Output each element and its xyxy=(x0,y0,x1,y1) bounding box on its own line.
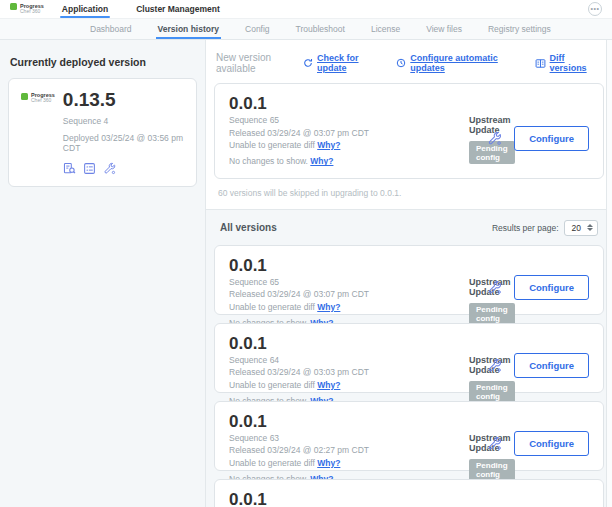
diff-icon xyxy=(535,58,546,69)
ellipsis-menu-icon[interactable]: ••• xyxy=(588,2,602,16)
tab-view-files[interactable]: View files xyxy=(426,19,462,39)
configure-button[interactable]: Configure xyxy=(514,275,589,300)
edit-config-icon[interactable] xyxy=(103,162,116,175)
upstream-update-label: Upstream Update xyxy=(469,433,487,453)
version-row: 0.0.1 Sequence 65 Released 03/29/24 @ 03… xyxy=(214,83,604,179)
tab-cluster-management[interactable]: Cluster Management xyxy=(134,0,222,18)
version-sequence: Sequence 65 xyxy=(229,276,469,288)
upstream-update-label: Upstream Update xyxy=(469,277,487,297)
diff-status-line: Unable to generate diff Why? xyxy=(229,457,469,469)
app-subnav: Dashboard Version history Config Trouble… xyxy=(0,18,612,40)
logo-icon xyxy=(10,3,17,10)
deployed-timestamp: Deployed 03/25/24 @ 03:56 pm CDT xyxy=(63,133,184,153)
results-per-page-select[interactable]: 20 xyxy=(564,220,598,236)
version-row: 0.0.1 Sequence 62 Released 03/29/24 @ 02… xyxy=(214,479,604,507)
deployed-heading: Currently deployed version xyxy=(10,56,195,68)
tab-application[interactable]: Application xyxy=(60,0,110,18)
version-released: Released 03/29/24 @ 03:07 pm CDT xyxy=(229,127,469,139)
why-changes-link[interactable]: Why? xyxy=(310,156,333,166)
logo-line2: Chef 360 xyxy=(31,98,55,104)
release-notes-icon[interactable] xyxy=(83,162,96,175)
tab-registry-settings[interactable]: Registry settings xyxy=(488,19,551,39)
diff-status-line: Unable to generate diff Why? xyxy=(229,301,469,313)
configure-button[interactable]: Configure xyxy=(514,431,589,456)
logo-line2: Chef 360 xyxy=(20,9,44,15)
select-stepper-icon xyxy=(587,224,593,231)
new-version-header: New version available Check for update C… xyxy=(206,40,612,83)
check-for-update-link[interactable]: Check for update xyxy=(303,53,380,73)
scrollbar[interactable] xyxy=(606,40,612,507)
version-actions: Configure xyxy=(487,412,589,460)
diff-status-line: Unable to generate diff Why? xyxy=(229,379,469,391)
version-released: Released 03/29/24 @ 03:07 pm CDT xyxy=(229,288,469,300)
no-changes-text: No changes to show. xyxy=(229,156,308,166)
upstream-update-label: Upstream Update xyxy=(469,115,487,135)
version-number: 0.0.1 xyxy=(229,334,469,354)
schedule-icon xyxy=(396,58,406,68)
skipped-versions-note: 60 versions will be skipped in upgrading… xyxy=(206,179,612,209)
edit-config-icon[interactable] xyxy=(487,131,502,146)
edit-config-icon[interactable] xyxy=(487,436,502,451)
version-sequence: Sequence 65 xyxy=(229,114,469,126)
version-sequence: Sequence 64 xyxy=(229,354,469,366)
view-diff-icon[interactable] xyxy=(63,162,76,175)
tab-troubleshoot[interactable]: Troubleshoot xyxy=(296,19,345,39)
top-header: Progress Chef 360 Application Cluster Ma… xyxy=(0,0,612,18)
configure-button[interactable]: Configure xyxy=(514,353,589,378)
logo-icon xyxy=(21,93,28,100)
changes-line: No changes to show. Why? xyxy=(229,155,469,167)
new-version-heading: New version available xyxy=(216,52,303,74)
tab-license[interactable]: License xyxy=(371,19,400,39)
diff-status-text: Unable to generate diff xyxy=(229,302,315,312)
version-info: 0.0.1 Sequence 64 Released 03/29/24 @ 03… xyxy=(229,334,469,382)
version-actions: Configure xyxy=(487,334,589,382)
version-released: Released 03/29/24 @ 02:27 pm CDT xyxy=(229,444,469,456)
diff-status-line: Unable to generate diff Why? xyxy=(229,139,469,151)
version-number: 0.0.1 xyxy=(229,256,469,276)
diff-status-text: Unable to generate diff xyxy=(229,380,315,390)
new-version-card-slot: 0.0.1 Sequence 65 Released 03/29/24 @ 03… xyxy=(206,83,612,179)
diff-status-text: Unable to generate diff xyxy=(229,458,315,468)
results-per-page-label: Results per page: xyxy=(492,223,559,233)
version-number: 0.0.1 xyxy=(229,490,469,507)
version-type-block: Upstream Update Pending config xyxy=(469,412,487,460)
version-row: 0.0.1 Sequence 65 Released 03/29/24 @ 03… xyxy=(214,245,604,315)
version-history-panel: New version available Check for update C… xyxy=(206,40,612,507)
deployed-version-number: 0.13.5 xyxy=(63,90,184,109)
upstream-update-label: Upstream Update xyxy=(469,355,487,375)
all-versions-heading: All versions xyxy=(220,222,277,233)
version-info: 0.0.1 Sequence 65 Released 03/29/24 @ 03… xyxy=(229,256,469,304)
diff-versions-link[interactable]: Diff versions xyxy=(535,53,596,73)
version-number: 0.0.1 xyxy=(229,94,469,114)
all-versions-section: All versions Results per page: 20 0.0.1 … xyxy=(206,209,612,507)
version-actions: Configure xyxy=(487,256,589,304)
configure-button[interactable]: Configure xyxy=(514,126,589,151)
tab-config[interactable]: Config xyxy=(245,19,270,39)
version-row: 0.0.1 Sequence 63 Released 03/29/24 @ 02… xyxy=(214,401,604,471)
version-type-block: Upstream Update Pending config xyxy=(469,94,487,168)
main-content: Currently deployed version Progress Chef… xyxy=(0,40,612,507)
deployed-version-card: Progress Chef 360 0.13.5 Sequence 4 Depl… xyxy=(8,78,197,187)
results-per-page-value: 20 xyxy=(572,223,581,233)
tab-dashboard[interactable]: Dashboard xyxy=(90,19,132,39)
why-diff-link[interactable]: Why? xyxy=(317,140,340,150)
why-diff-link[interactable]: Why? xyxy=(317,302,340,312)
configure-automatic-updates-link[interactable]: Configure automatic updates xyxy=(396,53,518,73)
version-row: 0.0.1 Sequence 64 Released 03/29/24 @ 03… xyxy=(214,323,604,393)
version-info: 0.0.1 Sequence 63 Released 03/29/24 @ 02… xyxy=(229,412,469,460)
version-sequence: Sequence 63 xyxy=(229,432,469,444)
deployed-version-panel: Currently deployed version Progress Chef… xyxy=(0,40,206,507)
refresh-icon xyxy=(303,58,313,68)
app-logo: Progress Chef 360 xyxy=(21,92,55,175)
why-diff-link[interactable]: Why? xyxy=(317,458,340,468)
why-diff-link[interactable]: Why? xyxy=(317,380,340,390)
edit-config-icon[interactable] xyxy=(487,358,502,373)
version-rows-list: 0.0.1 Sequence 65 Released 03/29/24 @ 03… xyxy=(214,245,604,507)
diff-status-text: Unable to generate diff xyxy=(229,140,315,150)
app-logo: Progress Chef 360 xyxy=(10,0,44,18)
version-released: Released 03/29/24 @ 03:03 pm CDT xyxy=(229,366,469,378)
version-actions: Configure xyxy=(487,94,589,168)
version-type-block: Upstream Update Pending config xyxy=(469,334,487,382)
tab-version-history[interactable]: Version history xyxy=(158,19,219,39)
edit-config-icon[interactable] xyxy=(487,280,502,295)
